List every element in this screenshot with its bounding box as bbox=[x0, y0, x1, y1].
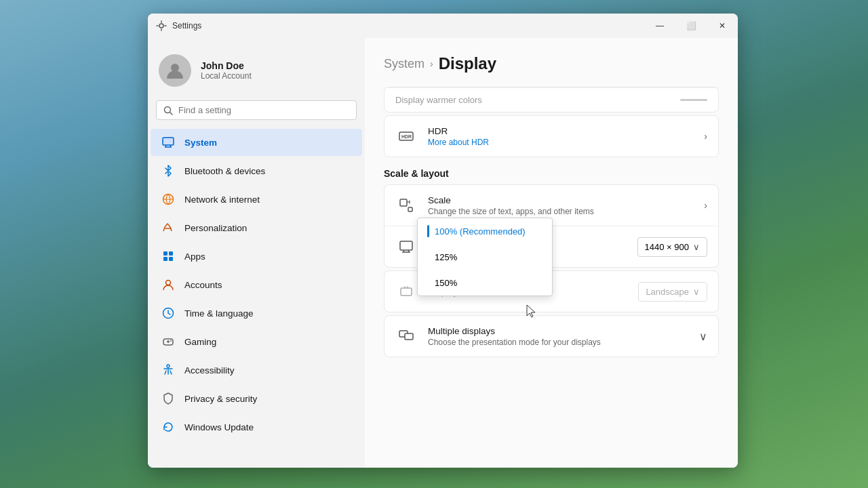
network-icon bbox=[161, 192, 175, 206]
scale-option-100-label: 100% (Recommended) bbox=[435, 226, 526, 237]
scale-dropdown: 100% (Recommended) 125% 150% bbox=[417, 218, 553, 296]
scale-125-spacer bbox=[427, 251, 429, 263]
sidebar-item-time[interactable]: Time & language bbox=[151, 300, 362, 327]
scale-option-150[interactable]: 150% bbox=[418, 270, 552, 296]
scale-option-125[interactable]: 125% bbox=[418, 244, 552, 270]
monitor-icon bbox=[161, 136, 175, 149]
search-input[interactable] bbox=[178, 105, 349, 115]
scale-selected-indicator bbox=[427, 225, 429, 237]
sidebar-item-update[interactable]: Windows Update bbox=[151, 413, 362, 441]
svg-rect-11 bbox=[163, 257, 167, 261]
resolution-icon bbox=[395, 236, 417, 258]
sidebar-item-bluetooth-label: Bluetooth & devices bbox=[184, 166, 265, 176]
sidebar-item-system[interactable]: System bbox=[151, 129, 362, 156]
accessibility-icon bbox=[161, 363, 175, 377]
sidebar-item-bluetooth[interactable]: Bluetooth & devices bbox=[151, 157, 362, 184]
sidebar-item-accounts-label: Accounts bbox=[184, 280, 222, 290]
multiple-displays-card: Multiple displays Choose the presentatio… bbox=[384, 315, 719, 357]
scale-card: Scale Change the size of text, apps, and… bbox=[384, 184, 719, 268]
sidebar-item-personalization[interactable]: Personalization bbox=[151, 214, 362, 241]
sidebar-item-update-label: Windows Update bbox=[184, 422, 254, 432]
sidebar-item-gaming[interactable]: Gaming bbox=[151, 328, 362, 355]
close-button[interactable]: ✕ bbox=[707, 14, 738, 38]
title-bar: Settings — ⬜ ✕ bbox=[148, 14, 738, 38]
sidebar-item-privacy-label: Privacy & security bbox=[184, 394, 257, 404]
orientation-value: Landscape bbox=[646, 287, 689, 297]
sidebar-item-network-label: Network & internet bbox=[184, 195, 260, 205]
window-controls: — ⬜ ✕ bbox=[644, 14, 738, 38]
scale-option-100[interactable]: 100% (Recommended) bbox=[418, 218, 552, 244]
user-account-type: Local Account bbox=[201, 71, 252, 81]
warmer-colors-bar bbox=[680, 99, 707, 101]
minimize-button[interactable]: — bbox=[644, 14, 675, 38]
sidebar-item-accounts[interactable]: Accounts bbox=[151, 271, 362, 298]
svg-rect-9 bbox=[163, 251, 167, 256]
scale-row[interactable]: Scale Change the size of text, apps, and… bbox=[384, 185, 718, 226]
sidebar: John Doe Local Account bbox=[148, 38, 365, 468]
svg-rect-28 bbox=[401, 288, 412, 296]
hdr-icon: HDR bbox=[395, 125, 417, 147]
svg-point-18 bbox=[170, 340, 172, 342]
svg-point-0 bbox=[159, 24, 163, 28]
svg-rect-30 bbox=[405, 333, 413, 340]
sidebar-item-system-label: System bbox=[184, 138, 217, 148]
user-name: John Doe bbox=[201, 60, 252, 71]
multiple-displays-expand-icon: ∨ bbox=[699, 330, 707, 343]
sidebar-item-privacy[interactable]: Privacy & security bbox=[151, 385, 362, 412]
multiple-displays-row[interactable]: Multiple displays Choose the presentatio… bbox=[384, 316, 718, 357]
multiple-displays-text: Multiple displays Choose the presentatio… bbox=[428, 326, 688, 347]
palette-icon bbox=[161, 221, 175, 235]
sidebar-item-apps[interactable]: Apps bbox=[151, 243, 362, 270]
orientation-chevron: ∨ bbox=[693, 287, 700, 297]
svg-rect-4 bbox=[163, 138, 174, 145]
maximize-button[interactable]: ⬜ bbox=[675, 14, 707, 38]
apps-icon bbox=[161, 249, 175, 263]
resolution-chevron: ∨ bbox=[693, 242, 700, 252]
scale-text: Scale Change the size of text, apps, and… bbox=[428, 195, 693, 216]
warmer-colors-label: Display warmer colors bbox=[395, 95, 482, 105]
svg-point-19 bbox=[167, 365, 170, 367]
orientation-icon bbox=[395, 281, 417, 302]
scale-title: Scale bbox=[428, 195, 693, 205]
sidebar-item-gaming-label: Gaming bbox=[184, 337, 216, 347]
hdr-chevron: › bbox=[704, 131, 707, 142]
multiple-displays-description: Choose the presentation mode for your di… bbox=[428, 338, 688, 347]
scale-icon bbox=[395, 195, 417, 216]
search-icon bbox=[163, 106, 173, 115]
sidebar-item-accessibility[interactable]: Accessibility bbox=[151, 357, 362, 384]
svg-text:HDR: HDR bbox=[401, 134, 412, 139]
resolution-dropdown[interactable]: 1440 × 900 ∨ bbox=[637, 237, 707, 257]
svg-rect-12 bbox=[169, 257, 173, 261]
hdr-row[interactable]: HDR HDR More about HDR › bbox=[384, 116, 718, 157]
user-section: John Doe Local Account bbox=[148, 43, 365, 100]
sidebar-item-network[interactable]: Network & internet bbox=[151, 186, 362, 213]
content-area: System › Display Display warmer colors bbox=[365, 38, 738, 468]
accounts-icon bbox=[161, 278, 175, 291]
clock-icon bbox=[161, 306, 175, 320]
scale-option-125-label: 125% bbox=[435, 252, 457, 262]
hdr-subtitle: More about HDR bbox=[428, 138, 693, 147]
shield-icon bbox=[161, 392, 175, 405]
hdr-title: HDR bbox=[428, 126, 693, 136]
svg-rect-24 bbox=[400, 241, 412, 250]
sidebar-item-accessibility-label: Accessibility bbox=[184, 365, 235, 375]
update-icon bbox=[161, 420, 175, 434]
resolution-value: 1440 × 900 bbox=[645, 242, 689, 252]
svg-rect-10 bbox=[169, 251, 173, 256]
svg-rect-22 bbox=[400, 199, 407, 206]
orientation-dropdown: Landscape ∨ bbox=[638, 282, 707, 302]
svg-line-3 bbox=[170, 112, 173, 115]
multiple-displays-icon bbox=[395, 325, 417, 347]
sidebar-item-apps-label: Apps bbox=[184, 251, 205, 262]
settings-window: Settings — ⬜ ✕ John Doe Local Account bbox=[148, 14, 738, 468]
svg-rect-23 bbox=[408, 207, 412, 211]
avatar bbox=[159, 54, 191, 87]
search-box[interactable] bbox=[156, 100, 357, 120]
scale-layout-section-title: Scale & layout bbox=[384, 168, 719, 179]
breadcrumb-parent[interactable]: System bbox=[384, 57, 425, 71]
bluetooth-icon bbox=[161, 164, 175, 178]
hdr-card: HDR HDR More about HDR › bbox=[384, 115, 719, 157]
warmer-colors-row[interactable]: Display warmer colors bbox=[384, 87, 718, 112]
sidebar-item-personalization-label: Personalization bbox=[184, 223, 247, 233]
window-body: John Doe Local Account bbox=[148, 38, 738, 468]
